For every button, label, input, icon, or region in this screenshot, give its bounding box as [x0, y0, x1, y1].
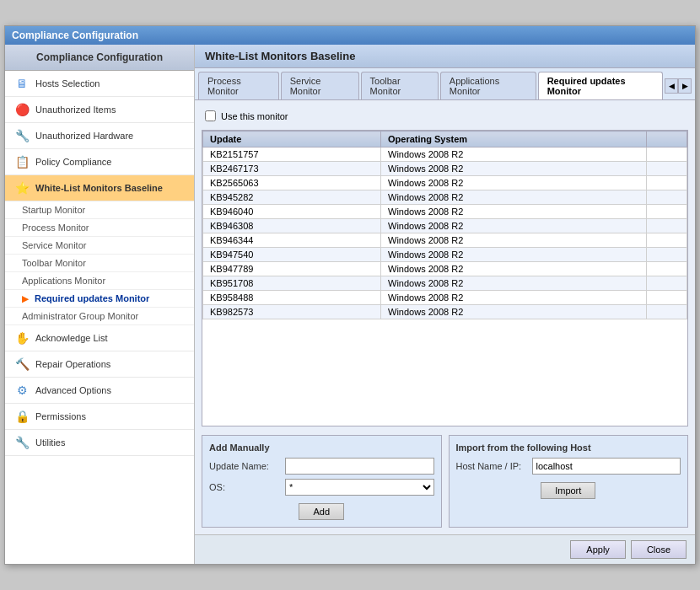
cell-update: KB947789 — [203, 262, 381, 276]
cell-update: KB958488 — [203, 291, 381, 305]
import-host-title: Import from the following Host — [456, 442, 681, 453]
administrator-group-monitor-label: Administrator Group Monitor — [22, 311, 138, 321]
utilities-label: Utilities — [35, 437, 65, 448]
use-monitor-label: Use this monitor — [221, 111, 288, 121]
sidebar-sub-service-monitor[interactable]: Service Monitor — [5, 237, 194, 255]
table-row: KB946308Windows 2008 R2 — [203, 219, 687, 233]
hosts-selection-icon: 🖥 — [13, 75, 30, 92]
acknowledge-list-label: Acknowledge List — [35, 333, 108, 343]
sidebar-sub-required-updates-monitor[interactable]: ▶ Required updates Monitor — [5, 290, 194, 308]
sidebar-item-policy-compliance[interactable]: 📋 Policy Compliance — [5, 149, 194, 175]
sidebar-item-hosts-selection[interactable]: 🖥 Hosts Selection — [5, 71, 194, 97]
cell-update: KB2565063 — [203, 176, 381, 190]
unauthorized-hardware-label: Unauthorized Hardware — [35, 131, 133, 141]
cell-empty — [646, 219, 687, 233]
policy-compliance-label: Policy Compliance — [35, 157, 111, 167]
cell-empty — [646, 276, 687, 291]
cell-os: Windows 2008 R2 — [381, 276, 647, 291]
cell-update: KB947540 — [203, 248, 381, 262]
cell-os: Windows 2008 R2 — [381, 148, 647, 162]
add-button-row: Add — [209, 500, 434, 520]
panel-title: White-List Monitors Baseline — [195, 45, 695, 68]
add-button[interactable]: Add — [299, 503, 344, 520]
cell-update: KB982573 — [203, 305, 381, 319]
cell-empty — [646, 190, 687, 205]
table-row: KB946040Windows 2008 R2 — [203, 205, 687, 219]
os-select[interactable]: * — [285, 479, 434, 496]
cell-empty — [646, 148, 687, 162]
cell-update: KB946040 — [203, 205, 381, 219]
cell-empty — [646, 205, 687, 219]
sidebar-item-utilities[interactable]: 🔧 Utilities — [5, 430, 194, 456]
sidebar-sub-startup-monitor[interactable]: Startup Monitor — [5, 201, 194, 219]
sidebar-item-acknowledge-list[interactable]: ✋ Acknowledge List — [5, 325, 194, 351]
sidebar-item-permissions[interactable]: 🔒 Permissions — [5, 404, 194, 430]
cell-update: KB2151757 — [203, 148, 381, 162]
cell-os: Windows 2008 R2 — [381, 248, 647, 262]
cell-os: Windows 2008 R2 — [381, 305, 647, 319]
tab-applications-monitor[interactable]: Applications Monitor — [440, 72, 536, 99]
arrow-icon: ▶ — [22, 294, 29, 303]
unauthorized-hardware-icon: 🔧 — [13, 127, 30, 144]
whitelist-monitors-label: White-List Monitors Baseline — [35, 183, 163, 193]
os-label: OS: — [209, 482, 285, 492]
import-button[interactable]: Import — [541, 482, 595, 499]
permissions-label: Permissions — [35, 411, 86, 421]
apply-button[interactable]: Apply — [570, 540, 626, 559]
sidebar-sub-applications-monitor[interactable]: Applications Monitor — [5, 272, 194, 290]
sidebar-sub-administrator-group-monitor[interactable]: Administrator Group Monitor — [5, 308, 194, 325]
tab-toolbar-monitor[interactable]: Toolbar Monitor — [361, 72, 439, 99]
startup-monitor-label: Startup Monitor — [22, 205, 85, 215]
permissions-icon: 🔒 — [13, 408, 30, 425]
cell-empty — [646, 233, 687, 248]
tab-scroll-left[interactable]: ◀ — [665, 78, 678, 94]
import-button-row: Import — [456, 479, 681, 499]
table-row: KB947540Windows 2008 R2 — [203, 248, 687, 262]
process-monitor-label: Process Monitor — [22, 223, 89, 233]
sidebar-item-repair-operations[interactable]: 🔨 Repair Operations — [5, 351, 194, 378]
cell-update: KB946344 — [203, 233, 381, 248]
host-name-input[interactable] — [532, 458, 681, 475]
sidebar-item-whitelist-monitors[interactable]: ⭐ White-List Monitors Baseline — [5, 175, 194, 201]
sidebar-item-unauthorized-items[interactable]: 🔴 Unauthorized Items — [5, 97, 194, 123]
use-monitor-checkbox[interactable] — [205, 110, 216, 121]
cell-update: KB945282 — [203, 190, 381, 205]
repair-operations-label: Repair Operations — [35, 359, 110, 369]
cell-empty — [646, 305, 687, 319]
sidebar-sub-toolbar-monitor[interactable]: Toolbar Monitor — [5, 255, 194, 272]
update-name-input[interactable] — [285, 458, 434, 475]
update-name-row: Update Name: — [209, 458, 434, 475]
acknowledge-list-icon: ✋ — [13, 330, 30, 346]
table-row: KB2467173Windows 2008 R2 — [203, 162, 687, 176]
tab-required-updates-monitor[interactable]: Required updates Monitor — [538, 72, 663, 99]
update-name-label: Update Name: — [209, 461, 285, 471]
required-updates-monitor-label: Required updates Monitor — [35, 293, 149, 303]
tab-service-monitor[interactable]: Service Monitor — [281, 72, 359, 99]
advanced-options-icon: ⚙ — [13, 382, 30, 399]
service-monitor-label: Service Monitor — [22, 240, 86, 250]
sidebar-item-advanced-options[interactable]: ⚙ Advanced Options — [5, 378, 194, 404]
sidebar-item-unauthorized-hardware[interactable]: 🔧 Unauthorized Hardware — [5, 123, 194, 149]
tab-arrows: ◀ ▶ — [665, 78, 692, 94]
app-window: Compliance Configuration Compliance Conf… — [4, 25, 696, 565]
cell-empty — [646, 291, 687, 305]
repair-operations-icon: 🔨 — [13, 356, 30, 373]
hosts-selection-label: Hosts Selection — [35, 78, 100, 88]
tab-scroll-right[interactable]: ▶ — [678, 78, 692, 94]
sidebar-title: Compliance Configuration — [5, 45, 194, 71]
table-row: KB951708Windows 2008 R2 — [203, 276, 687, 291]
table-row: KB958488Windows 2008 R2 — [203, 291, 687, 305]
cell-empty — [646, 162, 687, 176]
policy-compliance-icon: 📋 — [13, 153, 30, 170]
import-host-group: Import from the following Host Host Name… — [449, 435, 689, 528]
cell-update: KB951708 — [203, 276, 381, 291]
sidebar-sub-process-monitor[interactable]: Process Monitor — [5, 219, 194, 237]
tab-process-monitor[interactable]: Process Monitor — [198, 72, 279, 99]
data-table: Update Operating System KB2151757Windows… — [202, 130, 688, 426]
cell-os: Windows 2008 R2 — [381, 291, 647, 305]
cell-os: Windows 2008 R2 — [381, 176, 647, 190]
whitelist-monitors-icon: ⭐ — [13, 180, 30, 196]
close-button[interactable]: Close — [631, 540, 687, 559]
table-row: KB946344Windows 2008 R2 — [203, 233, 687, 248]
col-empty — [646, 131, 687, 148]
